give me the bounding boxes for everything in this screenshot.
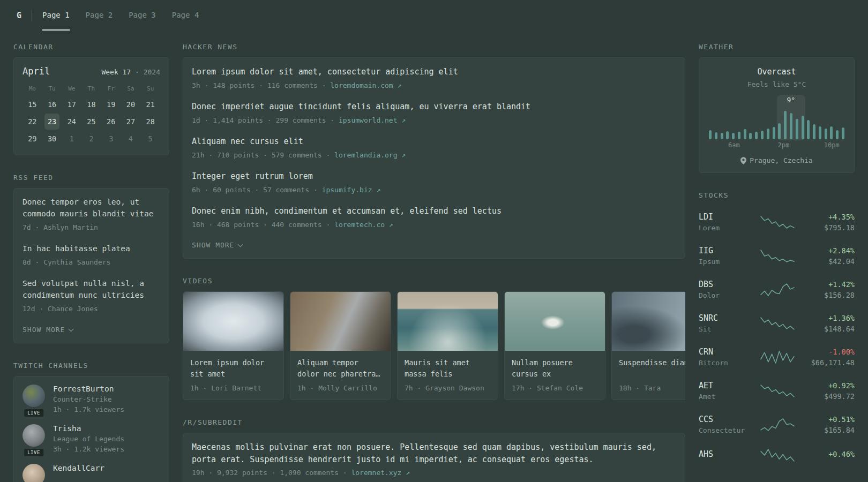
stock-price: $156.28 [803,291,855,299]
subreddit-header: /R/SUBREDDIT [183,418,685,426]
left-column: CALENDAR April Week 17 · 2024 MoTuWeThFr… [13,43,169,482]
hn-show-more-button[interactable]: SHOW MORE [192,240,242,250]
hn-item-domain-link[interactable]: loremdomain.com ↗ [330,81,401,89]
twitch-card: LIVE ForrestBurton Counter-Strike 1h · 1… [13,376,169,482]
hn-item-stats: 21h · 710 points · 579 comments · [192,151,330,159]
calendar-month: April [23,66,50,77]
calendar-day: 27 [121,114,141,130]
twitch-channel-name[interactable]: Trisha [53,424,124,433]
hn-item-title[interactable]: Donec enim nibh, condimentum et accumsan… [192,205,676,217]
stock-change: +0.92% [803,381,855,390]
rss-show-more-button[interactable]: SHOW MORE [23,325,73,335]
logo[interactable]: G [13,11,27,20]
nav-tab[interactable]: Page 3 [129,0,156,31]
stock-values: -1.00% $66,171.48 [803,348,855,367]
avatar [23,464,45,482]
weather-time-label: 6am [728,141,740,149]
hn-item-domain-link[interactable]: loremtech.co ↗ [334,221,393,229]
weather-bar [784,111,787,139]
stock-change: +0.46% [803,450,855,458]
stock-row[interactable]: AET Amet +0.92% $499.72 [699,374,855,407]
hn-item-domain-link[interactable]: ipsumworld.net ↗ [339,116,406,124]
stock-values: +4.35% $795.18 [803,213,855,232]
stock-row[interactable]: LDI Lorem +4.35% $795.18 [699,206,855,238]
hn-item-title[interactable]: Donec imperdiet augue tincidunt felis al… [192,101,676,113]
stocks-list: LDI Lorem +4.35% $795.18 IIG Ips [699,206,855,469]
twitch-channel[interactable]: LIVE ForrestBurton Counter-Strike 1h · 1… [23,385,160,413]
avatar [23,385,45,407]
hn-item-title[interactable]: Aliquam nec cursus elit [192,135,676,148]
stock-values: +1.42% $156.28 [803,280,855,299]
rss-item-title[interactable]: In hac habitasse platea [23,243,160,255]
stock-row[interactable]: SNRC Sit +1.36% $148.64 [699,307,855,340]
stock-ticker: AHS [699,449,751,459]
weather-location-text: Prague, Czechia [750,156,812,164]
stock-row[interactable]: CRN Bitcorn -1.00% $66,171.48 [699,341,855,373]
calendar-day-name: Fr [101,81,121,95]
hn-item-stats: 3h · 148 points · 116 comments · [192,81,326,89]
weather-bar [715,132,717,139]
weather-feels-like: Feels like 5°C [708,80,845,88]
nav-tab[interactable]: Page 2 [86,0,113,31]
video-title[interactable]: Mauris sit amet massa felis [405,357,491,380]
stock-row[interactable]: AHS +0.46% [699,442,855,469]
hn-item-domain-link[interactable]: loremlandia.org ↗ [334,151,406,159]
video-card[interactable]: Lorem ipsum dolor sit amet consectetu… 1… [183,291,284,400]
video-card[interactable]: Mauris sit amet massa felis 7h · Grayson… [397,291,498,400]
weather-bar [778,123,781,139]
avatar [23,424,45,447]
video-thumbnail[interactable] [505,292,605,351]
hacker-news-list: Lorem ipsum dolor sit amet, consectetur … [192,66,676,230]
hn-item-domain-link[interactable]: ipsumify.biz ↗ [322,186,381,194]
stock-row[interactable]: IIG Ipsum +2.84% $42.04 [699,239,855,272]
stock-change: +4.35% [803,213,855,221]
stock-ticker: AET [699,381,751,390]
video-title[interactable]: Suspendisse diam [619,357,685,380]
twitch-channel[interactable]: LIVE KendallCarr [23,464,160,482]
stock-change: +1.36% [803,314,855,322]
nav-tab[interactable]: Page 4 [172,0,199,31]
stock-price: $795.18 [803,223,855,232]
video-card[interactable]: Suspendisse diam 18h · Tara [611,291,685,400]
stock-info: IIG Ipsum [699,246,751,266]
video-thumbnail[interactable] [612,292,685,351]
nav-tab[interactable]: Page 1 [42,0,70,31]
rss-item-title[interactable]: Sed volutpat nulla nisl, a condimentum n… [23,278,160,302]
calendar-widget: CALENDAR April Week 17 · 2024 MoTuWeThFr… [13,43,169,155]
video-thumbnail[interactable] [290,292,391,351]
weather-time-label: 10pm [824,141,840,149]
subreddit-post-title[interactable]: Maecenas mollis pulvinar erat non posuer… [192,441,676,465]
stock-price: $165.84 [803,426,855,434]
subreddit-post-domain-link[interactable]: loremnet.xyz ↗ [351,469,410,477]
rss-item-title[interactable]: Donec tempor eros leo, ut commodo mauris… [23,197,160,220]
video-card[interactable]: Aliquam tempor dolor nec pharetra… 1h · … [290,291,391,400]
video-title[interactable]: Nullam posuere cursus ex [512,357,598,380]
stock-sparkline [751,249,803,263]
hn-item-title[interactable]: Integer eget rutrum lorem [192,170,676,183]
stock-row[interactable]: CCS Consectetur +0.51% $165.84 [699,408,855,441]
video-title[interactable]: Lorem ipsum dolor sit amet consectetu… [190,357,276,380]
hn-item: Integer eget rutrum lorem 6h · 60 points… [192,170,676,195]
stock-name: Ipsum [699,258,751,266]
calendar-day: 21 [140,96,160,112]
live-badge: LIVE [24,409,43,417]
video-title[interactable]: Aliquam tempor dolor nec pharetra… [297,357,384,380]
stock-row[interactable]: DBS Dolor +1.42% $156.28 [699,273,855,306]
hn-item-title[interactable]: Lorem ipsum dolor sit amet, consectetur … [192,66,676,78]
middle-column: HACKER NEWS Lorem ipsum dolor sit amet, … [183,43,685,482]
twitch-channel-name[interactable]: KendallCarr [53,464,104,472]
video-card[interactable]: Nullam posuere cursus ex 17h · Stefan Co… [504,291,605,400]
video-body: Aliquam tempor dolor nec pharetra… 1h · … [290,351,391,400]
hn-item: Donec enim nibh, condimentum et accumsan… [192,205,676,230]
twitch-channel-game: Counter-Strike [53,395,124,403]
hn-item-meta: 1d · 1,414 points · 299 comments · ipsum… [192,115,676,126]
videos-row: Lorem ipsum dolor sit amet consectetu… 1… [183,291,685,400]
weather-header: WEATHER [699,43,855,51]
twitch-channel-name[interactable]: ForrestBurton [53,385,124,393]
stock-info: AHS [699,449,751,461]
stock-ticker: LDI [699,212,751,222]
stock-sparkline [751,215,803,229]
video-thumbnail[interactable] [398,292,498,351]
video-thumbnail[interactable] [183,292,283,351]
twitch-channel[interactable]: LIVE Trisha League of Legends 3h · 1.2k … [23,424,160,453]
